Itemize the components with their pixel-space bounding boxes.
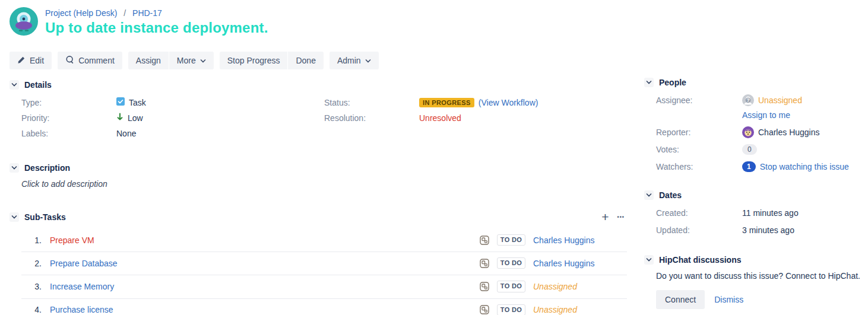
add-description-placeholder[interactable]: Click to add description xyxy=(21,179,627,189)
breadcrumb-divider: / xyxy=(123,8,126,18)
subtask-number: 1. xyxy=(21,236,42,245)
subtasks-section-toggle[interactable]: Sub-Tasks xyxy=(9,212,601,222)
votes-field: Votes: 0 xyxy=(656,144,864,155)
issue-title[interactable]: Up to date instance deployment. xyxy=(45,20,268,36)
resolution-label: Resolution: xyxy=(324,112,419,124)
priority-label: Priority: xyxy=(21,112,116,124)
hipchat-dismiss-link[interactable]: Dismiss xyxy=(714,295,743,304)
dates-section-toggle[interactable]: Dates xyxy=(644,190,864,200)
priority-field: Priority: Low xyxy=(21,112,324,124)
svg-text:?: ? xyxy=(746,97,749,103)
subtask-status-badge: TO DO xyxy=(497,257,525,269)
subtask-assignee: Unassigned xyxy=(533,305,627,314)
comment-button-label: Comment xyxy=(78,56,115,65)
priority-low-arrow-icon xyxy=(116,112,123,124)
subtask-type-icon xyxy=(480,236,489,245)
subtasks-list: 1. Prepare VM TO DO Charles Huggins 2. P… xyxy=(21,229,627,315)
subtask-type-icon xyxy=(480,305,489,314)
pencil-icon xyxy=(17,56,26,66)
reporter-field: Reporter: Charles Huggins xyxy=(656,126,864,138)
breadcrumb: Project (Help Desk) / PHD-17 xyxy=(45,8,268,18)
chevron-down-icon xyxy=(9,80,19,90)
add-subtask-icon[interactable]: + xyxy=(601,212,609,222)
stop-watching-link[interactable]: Stop watching this issue xyxy=(760,162,849,171)
subtask-row: 3. Increase Memory TO DO Unassigned xyxy=(21,275,627,298)
admin-button-label: Admin xyxy=(337,56,361,65)
details-section: Details Type: Task Priority: xyxy=(9,80,627,143)
stop-progress-button-label: Stop Progress xyxy=(227,56,280,65)
assignee-field: Assignee: ? Unassigned xyxy=(656,94,864,106)
issue-header: Project (Help Desk) / PHD-17 Up to date … xyxy=(9,7,627,36)
created-field: Created: 11 minutes ago xyxy=(656,207,864,219)
unassigned-avatar-icon: ? xyxy=(742,94,754,106)
edit-button[interactable]: Edit xyxy=(9,52,52,69)
votes-count-badge: 0 xyxy=(742,144,757,155)
subtasks-section: Sub-Tasks + ••• 1. Prepare VM TO DO Char… xyxy=(9,212,627,315)
assign-to-me-row: Assign to me xyxy=(742,110,864,120)
details-heading: Details xyxy=(24,80,52,90)
admin-menu-button[interactable]: Admin xyxy=(330,52,379,69)
subtask-assignee[interactable]: Charles Huggins xyxy=(533,236,627,245)
workflow-button-group: Stop Progress Done xyxy=(220,52,324,69)
assign-button[interactable]: Assign xyxy=(128,52,169,69)
done-button-label: Done xyxy=(296,56,315,65)
chevron-down-icon xyxy=(9,212,19,222)
breadcrumb-project-link[interactable]: Project (Help Desk) xyxy=(45,8,117,18)
dates-section: Dates Created: 11 minutes ago Updated: 3… xyxy=(644,190,864,236)
subtask-title-link[interactable]: Prepare VM xyxy=(50,236,480,245)
hipchat-connect-button[interactable]: Connect xyxy=(656,290,705,309)
subtask-title-link[interactable]: Purchase license xyxy=(50,305,480,314)
reporter-value[interactable]: Charles Huggins xyxy=(758,128,820,137)
updated-value: 3 minutes ago xyxy=(742,225,794,235)
type-field: Type: Task xyxy=(21,97,324,109)
resolution-value: Unresolved xyxy=(419,112,461,124)
type-value: Task xyxy=(129,97,146,109)
done-button[interactable]: Done xyxy=(287,52,323,69)
toolbar: Edit Comment Assign More xyxy=(9,52,627,69)
hipchat-heading: HipChat discussions xyxy=(659,255,741,265)
subtask-assignee: Unassigned xyxy=(533,282,627,291)
sidebar: People Assignee: ? Unassigned Assign to … xyxy=(644,78,864,309)
labels-label: Labels: xyxy=(21,128,116,139)
subtask-type-icon xyxy=(480,282,489,291)
view-workflow-link[interactable]: (View Workflow) xyxy=(479,97,538,109)
project-avatar-icon[interactable] xyxy=(9,7,38,36)
subtask-number: 2. xyxy=(21,259,42,268)
subtask-title-link[interactable]: Increase Memory xyxy=(50,282,480,291)
stop-progress-button[interactable]: Stop Progress xyxy=(220,52,288,69)
reporter-label: Reporter: xyxy=(656,128,742,137)
updated-field: Updated: 3 minutes ago xyxy=(656,224,864,236)
more-button-label: More xyxy=(177,56,196,65)
watchers-count-badge[interactable]: 1 xyxy=(742,161,756,172)
assign-to-me-link[interactable]: Assign to me xyxy=(742,110,790,120)
priority-value: Low xyxy=(128,112,143,124)
status-field: Status: IN PROGRESS (View Workflow) xyxy=(324,97,627,109)
description-heading: Description xyxy=(24,163,70,173)
edit-button-label: Edit xyxy=(30,56,44,65)
chevron-down-icon xyxy=(644,190,654,200)
hipchat-prompt: Do you want to discuss this issue? Conne… xyxy=(656,271,864,281)
created-value: 11 minutes ago xyxy=(742,208,799,218)
people-section-toggle[interactable]: People xyxy=(644,78,864,87)
comment-button[interactable]: Comment xyxy=(58,52,122,69)
subtask-status-badge: TO DO xyxy=(497,304,525,315)
subtasks-options-icon[interactable]: ••• xyxy=(617,214,625,220)
details-section-toggle[interactable]: Details xyxy=(9,80,627,90)
subtask-title-link[interactable]: Prepare Database xyxy=(50,259,480,268)
chevron-down-icon xyxy=(644,255,654,265)
more-menu-button[interactable]: More xyxy=(169,52,214,69)
assignee-value: Unassigned xyxy=(758,96,802,105)
description-section-toggle[interactable]: Description xyxy=(9,163,627,173)
labels-value: None xyxy=(116,128,136,139)
subtask-row: 1. Prepare VM TO DO Charles Huggins xyxy=(21,229,627,252)
breadcrumb-issue-key-link[interactable]: PHD-17 xyxy=(132,8,162,18)
status-label: Status: xyxy=(324,97,419,109)
subtask-number: 3. xyxy=(21,282,42,291)
chevron-down-icon xyxy=(9,163,19,173)
people-section: People Assignee: ? Unassigned Assign to … xyxy=(644,78,864,173)
description-section: Description Click to add description xyxy=(9,163,627,189)
subtask-assignee[interactable]: Charles Huggins xyxy=(533,259,627,268)
hipchat-section-toggle[interactable]: HipChat discussions xyxy=(644,255,864,265)
dates-body: Created: 11 minutes ago Updated: 3 minut… xyxy=(644,207,864,236)
updated-label: Updated: xyxy=(656,225,742,235)
